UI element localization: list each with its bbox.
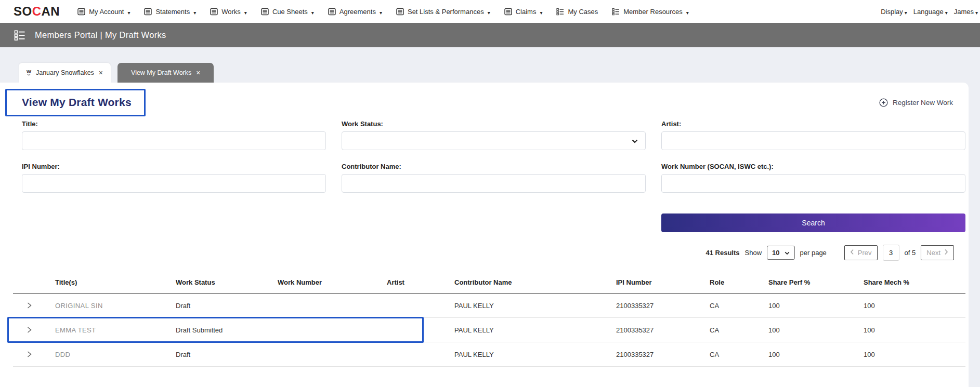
- user-menu-group: Display Language James: [881, 8, 978, 16]
- title-input[interactable]: [22, 131, 326, 150]
- ipi-number-input[interactable]: [22, 174, 326, 193]
- header-work-status: Work Status: [176, 278, 278, 286]
- header-share-mech: Share Mech %: [864, 278, 965, 286]
- per-page-select[interactable]: 10: [767, 246, 794, 260]
- close-icon[interactable]: [99, 69, 103, 76]
- menu-list-icon: [504, 8, 512, 16]
- header-titles: Title(s): [55, 278, 176, 286]
- contributor-name-label: Contributor Name:: [342, 163, 646, 170]
- cell-contributor: PAUL KELLY: [454, 326, 616, 334]
- page-of-label: of 5: [905, 249, 916, 257]
- nav-item-member-resources[interactable]: Member Resources: [612, 8, 688, 16]
- field-ipi-number: IPI Number:: [22, 163, 326, 193]
- work-status-select[interactable]: [342, 131, 646, 150]
- ipi-number-label: IPI Number:: [22, 163, 326, 170]
- nav-item-statements[interactable]: Statements: [144, 8, 196, 16]
- main-menu: My Account Statements Works Cue Sheets A…: [77, 8, 689, 16]
- table-row-ddd[interactable]: DDD Draft PAUL KELLY 2100335327 CA 100 1…: [13, 342, 965, 367]
- search-button[interactable]: Search: [661, 213, 965, 232]
- cell-share-perf: 100: [768, 302, 864, 310]
- nav-item-set-lists-performances[interactable]: Set Lists & Performances: [396, 8, 490, 16]
- header-contributor-name: Contributor Name: [454, 278, 616, 286]
- menu-list-icon: [261, 8, 269, 16]
- cell-ipi: 2100335327: [616, 302, 710, 310]
- cell-role: CA: [710, 302, 768, 310]
- tab-january-snowflakes[interactable]: W January Snowflakes: [19, 63, 111, 83]
- field-artist: Artist:: [661, 120, 965, 150]
- artist-input[interactable]: [661, 131, 965, 150]
- cell-share-mech: 100: [864, 302, 965, 310]
- cell-role: CA: [710, 326, 768, 334]
- nav-item-my-account[interactable]: My Account: [77, 8, 130, 16]
- display-menu[interactable]: Display: [881, 8, 907, 16]
- expand-row-button[interactable]: [13, 326, 55, 334]
- language-menu[interactable]: Language: [913, 8, 948, 16]
- caret-down-icon: [905, 8, 907, 16]
- cell-share-perf: 100: [768, 326, 864, 334]
- contributor-name-input[interactable]: [342, 174, 646, 193]
- cell-work-status: Draft Submitted: [176, 326, 278, 334]
- content-card: View My Draft Works Register New Work Ti…: [0, 83, 969, 387]
- cell-ipi: 2100335327: [616, 326, 710, 334]
- per-page-label: per page: [800, 249, 827, 257]
- search-filters: Title: Work Status: Artist: IPI Number: …: [0, 120, 969, 193]
- breadcrumb: Members Portal | My Draft Works: [35, 30, 166, 40]
- nav-item-agreements[interactable]: Agreements: [328, 8, 382, 16]
- page-title: View My Draft Works: [22, 96, 132, 109]
- caret-down-icon: [193, 8, 196, 16]
- menu-list-icon: [144, 8, 152, 16]
- next-page-button[interactable]: Next: [921, 245, 954, 260]
- caret-down-icon: [540, 8, 542, 16]
- cell-ipi: 2100335327: [616, 351, 710, 358]
- show-label: Show: [745, 249, 762, 257]
- socan-logo[interactable]: SOCAN: [14, 4, 60, 19]
- search-row: Search: [0, 213, 969, 232]
- chevron-down-icon: [632, 137, 638, 145]
- expand-row-button[interactable]: [13, 350, 55, 358]
- field-title: Title:: [22, 120, 326, 150]
- table-row-emma-test[interactable]: EMMA TEST Draft Submitted PAUL KELLY 210…: [13, 318, 965, 342]
- cell-title: ORIGINAL SIN: [55, 302, 176, 310]
- field-work-number: Work Number (SOCAN, ISWC etc.):: [661, 163, 965, 193]
- breadcrumb-bar: Members Portal | My Draft Works: [0, 23, 980, 47]
- work-status-label: Work Status:: [342, 120, 646, 128]
- field-contributor-name: Contributor Name:: [342, 163, 646, 193]
- caret-down-icon: [488, 8, 490, 16]
- menu-list-icon: [210, 8, 218, 16]
- nav-item-cue-sheets[interactable]: Cue Sheets: [261, 8, 314, 16]
- user-account-menu[interactable]: James: [954, 8, 978, 16]
- cell-share-mech: 100: [864, 326, 965, 334]
- nav-item-works[interactable]: Works: [210, 8, 247, 16]
- header-artist: Artist: [387, 278, 454, 286]
- register-new-work-button[interactable]: Register New Work: [879, 98, 953, 107]
- page-number-input[interactable]: [883, 245, 899, 261]
- header-share-perf: Share Perf %: [768, 278, 864, 286]
- table-header: Title(s) Work Status Work Number Artist …: [13, 278, 965, 293]
- caret-down-icon: [686, 8, 689, 16]
- menu-list-icon: [396, 8, 404, 16]
- title-label: Title:: [22, 120, 326, 128]
- cell-title: EMMA TEST: [55, 326, 176, 334]
- chevron-left-icon: [850, 249, 854, 257]
- close-icon[interactable]: [196, 69, 200, 76]
- results-pagination-row: 41 Results Show 10 per page Prev of 5 Ne…: [0, 245, 969, 261]
- header-work-number: Work Number: [278, 278, 387, 286]
- cell-contributor: PAUL KELLY: [454, 351, 616, 358]
- results-count: 41 Results: [705, 249, 739, 257]
- draft-works-table: Title(s) Work Status Work Number Artist …: [13, 278, 965, 367]
- expand-row-button[interactable]: [13, 301, 55, 310]
- menu-list-icon: [328, 8, 336, 16]
- prev-page-button[interactable]: Prev: [844, 245, 878, 260]
- work-number-input[interactable]: [661, 174, 965, 193]
- nav-item-claims[interactable]: Claims: [504, 8, 543, 16]
- tab-view-my-draft-works[interactable]: View My Draft Works: [117, 63, 214, 83]
- chevron-right-icon: [944, 249, 948, 257]
- table-row-original-sin[interactable]: ORIGINAL SIN Draft PAUL KELLY 2100335327…: [13, 293, 965, 318]
- caret-down-icon: [311, 8, 314, 16]
- caret-down-icon: [975, 8, 978, 16]
- nav-item-my-cases[interactable]: My Cases: [556, 8, 598, 16]
- chevron-down-icon: [785, 249, 790, 257]
- header-role: Role: [710, 278, 768, 286]
- cell-contributor: PAUL KELLY: [454, 302, 616, 310]
- menu-list-icon: [77, 8, 85, 16]
